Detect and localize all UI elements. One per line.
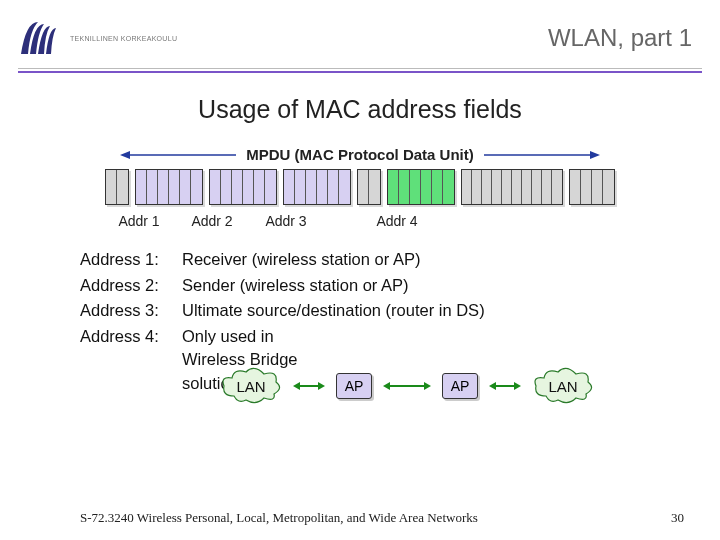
- addr1-label: Addr 1: [104, 213, 174, 229]
- svg-marker-5: [293, 382, 300, 390]
- logo-text: TEKNILLINEN KORKEAKOULU: [70, 35, 177, 42]
- ap-box: AP: [442, 373, 478, 399]
- lan-label: LAN: [220, 366, 282, 406]
- svg-marker-12: [514, 382, 521, 390]
- double-arrow-icon: [382, 380, 432, 392]
- desc-addr3: Address 3: Ultimate source/destination (…: [80, 298, 640, 324]
- field-fcs: [569, 169, 615, 205]
- field-addr2: [209, 169, 277, 205]
- arrow-left-icon: [118, 148, 238, 162]
- frame-fields: [0, 169, 720, 205]
- lan-cloud: LAN: [220, 366, 282, 406]
- logo-icon: [18, 18, 62, 58]
- svg-marker-9: [424, 382, 431, 390]
- desc-label: Address 2:: [80, 273, 182, 299]
- addr-labels: Addr 1 Addr 2 Addr 3 Addr 4: [0, 213, 720, 229]
- header: TEKNILLINEN KORKEAKOULU WLAN, part 1: [0, 0, 720, 66]
- double-arrow-icon: [488, 380, 522, 392]
- divider: [18, 68, 702, 69]
- addr4-label: Addr 4: [362, 213, 432, 229]
- svg-marker-8: [383, 382, 390, 390]
- arrow-right-icon: [482, 148, 602, 162]
- ap-label: AP: [345, 378, 364, 394]
- mpdu-label: MPDU (MAC Protocol Data Unit): [246, 146, 474, 163]
- svg-marker-6: [318, 382, 325, 390]
- svg-marker-11: [489, 382, 496, 390]
- mpdu-diagram: MPDU (MAC Protocol Data Unit): [0, 146, 720, 229]
- divider-accent: [18, 71, 702, 73]
- desc-addr4: Address 4: Only used in: [80, 324, 640, 350]
- lan-label: LAN: [532, 366, 594, 406]
- double-arrow-icon: [292, 380, 326, 392]
- logo: TEKNILLINEN KORKEAKOULU: [18, 18, 177, 58]
- desc-label: Address 4:: [80, 324, 182, 350]
- ap-box: AP: [336, 373, 372, 399]
- field-body: [461, 169, 563, 205]
- desc-label: Address 1:: [80, 247, 182, 273]
- footer-text: S-72.3240 Wireless Personal, Local, Metr…: [80, 510, 478, 526]
- addr2-label: Addr 2: [174, 213, 250, 229]
- desc-label: Address 3:: [80, 298, 182, 324]
- page-title: WLAN, part 1: [548, 24, 692, 52]
- field-addr3: [283, 169, 351, 205]
- field-frame-control: [105, 169, 129, 205]
- desc-text: Sender (wireless station or AP): [182, 273, 409, 299]
- addr3-label: Addr 3: [250, 213, 322, 229]
- ap-label: AP: [451, 378, 470, 394]
- page-number: 30: [671, 510, 684, 526]
- svg-marker-1: [120, 151, 130, 159]
- lan-cloud: LAN: [532, 366, 594, 406]
- field-seq-ctl: [357, 169, 381, 205]
- desc-addr2: Address 2: Sender (wireless station or A…: [80, 273, 640, 299]
- desc-text: Receiver (wireless station or AP): [182, 247, 420, 273]
- desc-text: Ultimate source/destination (router in D…: [182, 298, 485, 324]
- desc-addr1: Address 1: Receiver (wireless station or…: [80, 247, 640, 273]
- desc-text: Only used in: [182, 324, 274, 350]
- slide-title: Usage of MAC address fields: [0, 95, 720, 124]
- field-addr4: [387, 169, 455, 205]
- footer: S-72.3240 Wireless Personal, Local, Metr…: [0, 510, 720, 526]
- field-addr1: [135, 169, 203, 205]
- svg-marker-3: [590, 151, 600, 159]
